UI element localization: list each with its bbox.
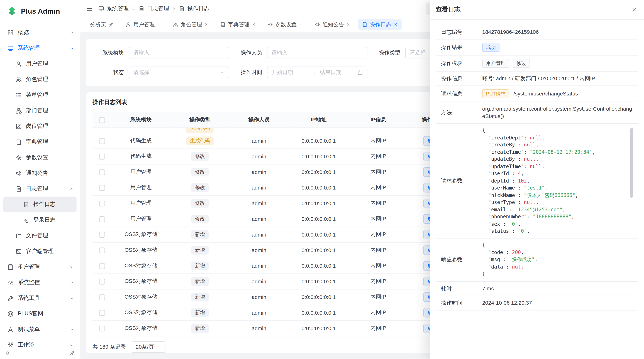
sidebar-item-client-manage[interactable]: 客户端管理 xyxy=(0,244,80,259)
cell-module: 用户管理 xyxy=(112,180,170,195)
chevron-down-icon xyxy=(157,345,161,349)
tab-param[interactable]: 参数设置 xyxy=(263,19,307,30)
breadcrumb-item[interactable]: 系统管理 xyxy=(98,5,129,12)
row-checkbox[interactable] xyxy=(99,169,105,175)
cell-ip-info: 内网IP xyxy=(349,195,408,211)
operation-type-tag: 新增 xyxy=(192,246,209,254)
row-checkbox[interactable] xyxy=(99,247,105,253)
cell-ip-info: 内网IP xyxy=(349,274,408,289)
sidebar-item-system-manage[interactable]: 系统管理 xyxy=(0,40,80,56)
close-tab-icon[interactable] xyxy=(252,23,256,26)
sidebar-item-test-menu[interactable]: 测试菜单 xyxy=(0,322,80,337)
tab-operlog[interactable]: 操作日志 xyxy=(358,19,402,30)
close-drawer-button[interactable] xyxy=(631,6,638,13)
tab-label: 字典管理 xyxy=(228,21,249,28)
row-checkbox[interactable] xyxy=(99,154,105,159)
row-checkbox[interactable] xyxy=(99,232,105,238)
sidebar-item-label: 概览 xyxy=(18,29,66,36)
cell-operator: admin xyxy=(230,274,288,289)
list-icon xyxy=(16,92,22,98)
sidebar-item-tenant-manage[interactable]: 租户管理 xyxy=(0,259,80,275)
tab-notice[interactable]: 通知公告 xyxy=(311,19,354,30)
sidebar-item-oper-log[interactable]: 操作日志 xyxy=(3,196,76,212)
row-checkbox[interactable] xyxy=(99,263,105,269)
close-tab-icon[interactable] xyxy=(394,23,398,26)
row-checkbox[interactable] xyxy=(99,185,105,191)
row-checkbox[interactable] xyxy=(99,326,105,331)
sidebar-item-login-log[interactable]: 登录日志 xyxy=(0,212,80,228)
close-tab-icon[interactable] xyxy=(204,23,208,26)
grid-icon xyxy=(7,29,14,35)
chevron-up-icon xyxy=(70,186,74,191)
tab-analysis[interactable]: 分析页 xyxy=(86,19,118,30)
operation-type-tag: 修改 xyxy=(192,152,209,161)
app-logo[interactable]: Plus Admin xyxy=(0,0,80,23)
doc-icon xyxy=(362,22,368,27)
filter-select[interactable]: 请选择 xyxy=(129,67,229,78)
cell-ip: 0:0:0:0:0:0:0:1 xyxy=(288,258,349,273)
cell-ip-info: 内网IP xyxy=(349,320,408,336)
sidebar-item-system-tools[interactable]: 系统工具 xyxy=(0,290,80,306)
sidebar-item-menu-manage[interactable]: 菜单管理 xyxy=(0,87,80,103)
chevron-down-icon xyxy=(70,296,74,300)
filter-field: 操作时间开始日期→结束日期 xyxy=(234,67,372,78)
sidebar-item-file-manage[interactable]: 文件管理 xyxy=(0,228,80,243)
row-checkbox[interactable] xyxy=(99,138,105,144)
operation-type-tag: 修改 xyxy=(192,168,209,176)
sidebar-item-dept-manage[interactable]: 部门管理 xyxy=(0,103,80,118)
close-tab-icon[interactable] xyxy=(299,23,303,26)
sidebar-item-workflow[interactable]: 工作流 xyxy=(0,337,80,347)
sidebar-item-user-manage[interactable]: 用户管理 xyxy=(0,56,80,71)
breadcrumb-item[interactable]: 日志管理 xyxy=(139,5,169,12)
breadcrumb: 系统管理日志管理操作日志 xyxy=(98,5,210,12)
close-tab-icon[interactable] xyxy=(157,23,161,26)
cell-ip: 0:0:0:0:0:0:0:1 xyxy=(288,164,349,180)
sidebar-item-log-manage[interactable]: 日志管理 xyxy=(0,181,80,196)
breadcrumb-item[interactable]: 操作日志 xyxy=(179,5,210,12)
filter-daterange[interactable]: 开始日期→结束日期 xyxy=(267,67,368,78)
row-checkbox[interactable] xyxy=(99,310,105,316)
row-checkbox[interactable] xyxy=(99,294,105,300)
row-checkbox[interactable] xyxy=(99,216,105,222)
app-title: Plus Admin xyxy=(21,7,60,15)
megaphone-icon xyxy=(315,22,320,27)
filter-input[interactable]: 请输入 xyxy=(267,47,368,58)
tab-role[interactable]: 角色管理 xyxy=(169,19,212,30)
pin-sidebar-button[interactable] xyxy=(70,351,75,356)
collapse-sidebar-button[interactable] xyxy=(5,351,10,356)
page-size-select[interactable]: 20条/页 xyxy=(132,341,166,353)
menu-toggle-button[interactable] xyxy=(86,5,93,12)
sidebar-item-post-manage[interactable]: 岗位管理 xyxy=(0,118,80,134)
pin-icon[interactable] xyxy=(108,22,114,27)
flask-icon xyxy=(7,326,14,333)
detail-label: 请求参数 xyxy=(436,124,477,238)
cell-module: OSS对象存储 xyxy=(112,289,170,305)
sidebar-item-dict-manage[interactable]: 字典管理 xyxy=(0,134,80,150)
sidebar-item-param-setting[interactable]: 参数设置 xyxy=(0,150,80,165)
row-checkbox[interactable] xyxy=(99,279,105,285)
detail-row: 操作信息账号: admin / 研发部门 / 0:0:0:0:0:0:0:1 /… xyxy=(436,71,638,86)
chevron-down-icon xyxy=(70,327,74,332)
tab-dict[interactable]: 字典管理 xyxy=(216,19,260,30)
sidebar-item-plus-website[interactable]: PLUS官网 xyxy=(0,306,80,322)
cell-module: OSS对象存储 xyxy=(112,242,170,258)
cell-ip-info: 内网IP xyxy=(349,164,408,180)
row-checkbox[interactable] xyxy=(99,201,105,206)
sidebar-item-role-manage[interactable]: 角色管理 xyxy=(0,71,80,87)
cell-operator: admin xyxy=(230,227,288,242)
tab-user[interactable]: 用户管理 xyxy=(122,19,165,30)
operation-type-tag: 生成代码 xyxy=(186,128,214,133)
close-tab-icon[interactable] xyxy=(346,23,350,26)
drawer-title: 查看日志 xyxy=(436,6,460,13)
operation-type-tag: 新增 xyxy=(192,293,209,301)
code-scrollbar[interactable] xyxy=(630,128,633,235)
detail-label: 操作时间 xyxy=(436,296,477,310)
cell-ip: 0:0:0:0:0:0:0:1 xyxy=(288,274,349,289)
sidebar-item-notice[interactable]: 通知公告 xyxy=(0,165,80,181)
select-all-checkbox[interactable] xyxy=(99,117,105,123)
filter-input[interactable]: 请输入 xyxy=(129,47,229,58)
request-method-tag: PUT请求 xyxy=(482,89,510,98)
sidebar-item-system-monitor[interactable]: 系统监控 xyxy=(0,275,80,290)
column-header: 操作人员 xyxy=(230,112,288,127)
sidebar-item-overview[interactable]: 概览 xyxy=(0,25,80,40)
